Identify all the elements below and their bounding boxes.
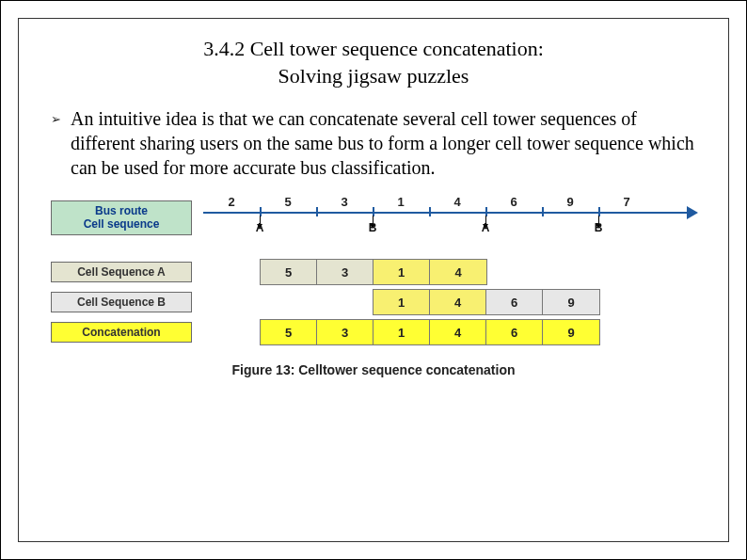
- seq-a-row: Cell Sequence A 5 3 1 4: [51, 259, 696, 285]
- concat-cell-5: 9: [543, 320, 599, 344]
- concat-cell-4: 6: [486, 320, 543, 344]
- marker-a1: A: [256, 221, 264, 234]
- seq-b-label: Cell Sequence B: [51, 292, 192, 312]
- route-cell-4: 4: [453, 195, 460, 209]
- axis-line: [203, 212, 691, 214]
- concat-row: Concatenation 5 3 1 4 6 9: [51, 319, 696, 345]
- figure-area: Bus route Cell sequence 2 5 3 1 4 6 9 7: [45, 193, 702, 387]
- seq-a-cell-2: 1: [374, 260, 430, 284]
- route-cell-3: 1: [397, 195, 404, 209]
- route-cell-7: 7: [623, 195, 629, 209]
- bus-route-label-l1: Bus route: [95, 204, 148, 217]
- concat-cell-3: 4: [430, 320, 486, 344]
- seq-a-label: Cell Sequence A: [51, 262, 192, 282]
- seq-a-cell-0: 5: [261, 260, 317, 284]
- bus-route-track: 2 5 3 1 4 6 9 7 A B: [203, 199, 696, 236]
- bullet-text: An intuitive idea is that we can concate…: [71, 106, 696, 180]
- seq-b-cell-3: 9: [543, 290, 599, 314]
- seq-b-row: Cell Sequence B 1 4 6 9: [51, 289, 696, 315]
- title-line-1: 3.4.2 Cell tower sequence concatenation:: [45, 36, 702, 63]
- seq-b-cell-1: 4: [430, 290, 486, 314]
- title-line-2: Solving jigsaw puzzles: [45, 63, 702, 90]
- concat-cell-1: 3: [317, 320, 374, 344]
- tick: [316, 207, 318, 216]
- bus-route-row: Bus route Cell sequence 2 5 3 1 4 6 9 7: [51, 199, 696, 236]
- seq-b-cell-2: 6: [486, 290, 543, 314]
- marker-b2: B: [595, 221, 603, 234]
- seq-b-cell-0: 1: [374, 290, 430, 314]
- route-cell-6: 9: [566, 195, 573, 209]
- concat-label: Concatenation: [51, 322, 192, 343]
- bullet-marker-icon: ➢: [51, 112, 61, 127]
- route-cell-5: 6: [510, 195, 517, 209]
- tick: [542, 207, 544, 216]
- figure-caption: Figure 13: Celltower sequence concatenat…: [51, 362, 696, 377]
- concat-cells: 5 3 1 4 6 9: [260, 319, 600, 345]
- seq-a-cells: 5 3 1 4: [260, 259, 487, 285]
- marker-a2: A: [482, 221, 490, 234]
- seq-a-cell-3: 4: [430, 260, 486, 284]
- bullet-item: ➢ An intuitive idea is that we can conca…: [45, 106, 702, 180]
- arrowhead-icon: [687, 206, 698, 219]
- route-cell-2: 3: [341, 195, 347, 209]
- concat-cell-0: 5: [261, 320, 317, 344]
- seq-a-cell-1: 3: [317, 260, 374, 284]
- route-cell-0: 2: [228, 195, 234, 209]
- slide-frame: 3.4.2 Cell tower sequence concatenation:…: [18, 18, 729, 542]
- seq-b-cells: 1 4 6 9: [373, 289, 600, 315]
- concat-cell-2: 1: [374, 320, 430, 344]
- tick: [429, 207, 431, 216]
- bus-route-label: Bus route Cell sequence: [51, 200, 192, 235]
- marker-b1: B: [369, 221, 377, 234]
- route-cell-1: 5: [284, 195, 291, 209]
- bus-route-label-l2: Cell sequence: [84, 217, 160, 231]
- slide-title: 3.4.2 Cell tower sequence concatenation:…: [45, 36, 702, 89]
